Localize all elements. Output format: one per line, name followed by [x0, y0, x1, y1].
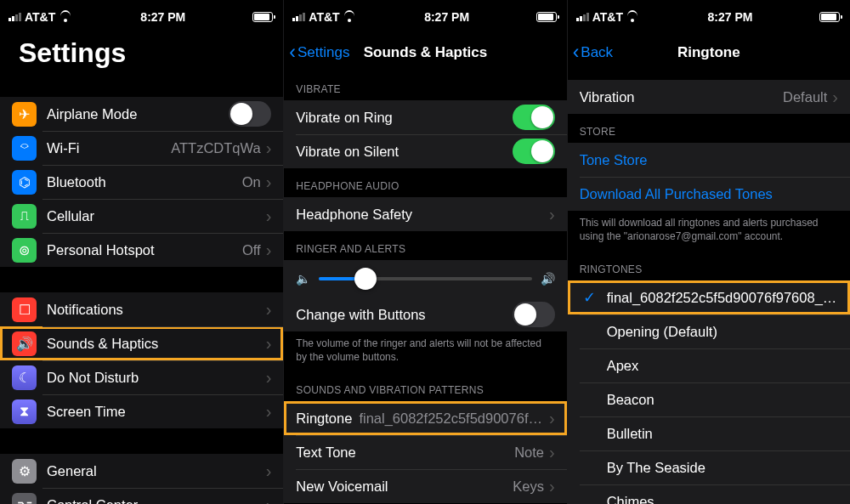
airplane-toggle[interactable]	[229, 101, 271, 127]
vibrate-ring-toggle[interactable]	[513, 105, 555, 130]
back-button[interactable]: ‹Settings	[289, 42, 349, 62]
ringtone-item[interactable]: Opening (Default)	[568, 314, 850, 348]
volume-low-icon: 🔈	[296, 272, 310, 286]
row-general[interactable]: ⚙︎General›	[0, 454, 283, 488]
chevron-right-icon: ›	[266, 207, 272, 226]
row-download-all[interactable]: Download All Purchased Tones	[568, 177, 850, 211]
chevron-right-icon: ›	[266, 462, 272, 481]
row-airplane[interactable]: ✈︎Airplane Mode	[0, 97, 283, 131]
check-icon: ✓	[580, 288, 600, 307]
bluetooth-icon: ⌬	[12, 170, 37, 195]
status-bar: AT&T 8:27 PM	[0, 0, 283, 34]
status-bar: AT&T 8:27 PM	[568, 0, 850, 34]
row-notifications[interactable]: ☐Notifications›	[0, 292, 283, 326]
wifi-icon	[343, 13, 356, 22]
hotspot-icon: ⊚	[12, 238, 37, 263]
battery-icon	[819, 12, 840, 22]
sounds-haptics-screen: AT&T 8:27 PM ‹Settings Sounds & Haptics …	[283, 0, 566, 504]
chevron-right-icon: ›	[832, 88, 838, 107]
volume-slider-row: 🔈 🔊	[284, 260, 566, 297]
row-wifi[interactable]: ⌔Wi-FiATTzCDTqWa›	[0, 131, 283, 165]
battery-icon	[252, 12, 273, 22]
row-dnd[interactable]: ☾Do Not Disturb›	[0, 360, 283, 394]
group-header-vibrate: VIBRATE	[284, 71, 566, 100]
row-cellular[interactable]: ⎍Cellular›	[0, 199, 283, 233]
row-control-center[interactable]: ⌥Control Center›	[0, 488, 283, 504]
signal-icon	[292, 13, 305, 21]
row-hotspot[interactable]: ⊚Personal HotspotOff›	[0, 233, 283, 267]
chevron-left-icon: ‹	[289, 42, 296, 62]
chevron-right-icon: ›	[266, 368, 272, 388]
volume-slider[interactable]	[319, 277, 531, 280]
sounds-icon: 🔊	[12, 331, 37, 356]
chevron-right-icon: ›	[549, 409, 555, 428]
row-headphone-safety[interactable]: Headphone Safety›	[284, 197, 566, 231]
chevron-right-icon: ›	[266, 139, 272, 158]
page-title: Ringtone	[575, 44, 843, 61]
ringtone-item[interactable]: Apex	[568, 348, 850, 382]
general-icon: ⚙︎	[12, 459, 37, 484]
ringtone-screen: AT&T 8:27 PM ‹Back Ringtone VibrationDef…	[567, 0, 850, 504]
footer-download: This will download all ringtones and ale…	[568, 211, 850, 252]
row-ringtone[interactable]: Ringtonefinal_6082f252c5f5d90076f97…›	[284, 401, 566, 435]
chevron-right-icon: ›	[549, 477, 555, 496]
volume-high-icon: 🔊	[541, 272, 555, 286]
row-screen-time[interactable]: ⧗Screen Time›	[0, 394, 283, 428]
ringtone-item[interactable]: Beacon	[568, 382, 850, 416]
screen-time-icon: ⧗	[12, 399, 37, 424]
nav-bar: ‹Settings Sounds & Haptics	[284, 34, 566, 71]
group-header-store: STORE	[568, 114, 850, 143]
group-header-ringtones: RINGTONES	[568, 252, 850, 280]
row-change-buttons[interactable]: Change with Buttons	[284, 297, 566, 331]
cellular-icon: ⎍	[12, 204, 37, 229]
group-header-patterns: SOUNDS AND VIBRATION PATTERNS	[284, 372, 566, 401]
chevron-right-icon: ›	[266, 334, 272, 354]
control-center-icon: ⌥	[12, 493, 37, 505]
wifi-icon	[626, 13, 639, 22]
ringtone-item[interactable]: Chimes	[568, 484, 850, 504]
chevron-right-icon: ›	[266, 241, 272, 260]
row-vibration[interactable]: VibrationDefault›	[568, 80, 850, 114]
chevron-right-icon: ›	[266, 300, 272, 320]
row-bluetooth[interactable]: ⌬BluetoothOn›	[0, 165, 283, 199]
ringtone-item[interactable]: Bulletin	[568, 416, 850, 450]
dnd-icon: ☾	[12, 365, 37, 390]
settings-screen: AT&T 8:27 PM Settings ✈︎Airplane Mode ⌔W…	[0, 0, 283, 504]
airplane-icon: ✈︎	[12, 102, 37, 127]
signal-icon	[576, 13, 589, 21]
notifications-icon: ☐	[12, 297, 37, 322]
row-sounds-haptics[interactable]: 🔊Sounds & Haptics›	[0, 326, 283, 360]
wifi-icon: ⌔	[12, 136, 37, 161]
chevron-right-icon: ›	[266, 173, 272, 192]
group-header-headphone: HEADPHONE AUDIO	[284, 168, 566, 197]
row-new-voicemail[interactable]: New VoicemailKeys›	[284, 469, 566, 503]
row-tone-store[interactable]: Tone Store	[568, 143, 850, 177]
chevron-right-icon: ›	[266, 496, 272, 505]
battery-icon	[536, 12, 557, 22]
wifi-icon	[59, 13, 71, 22]
back-button[interactable]: ‹Back	[573, 42, 613, 62]
chevron-right-icon: ›	[549, 443, 555, 462]
page-title: Settings	[7, 37, 126, 69]
nav-bar: ‹Back Ringtone	[568, 34, 850, 71]
change-buttons-toggle[interactable]	[513, 302, 555, 327]
row-vibrate-ring[interactable]: Vibrate on Ring	[284, 100, 566, 134]
row-vibrate-silent[interactable]: Vibrate on Silent	[284, 134, 566, 168]
group-header-ringer: RINGER AND ALERTS	[284, 231, 566, 260]
status-bar: AT&T 8:27 PM	[284, 0, 566, 34]
footer-change-buttons: The volume of the ringer and alerts will…	[284, 331, 566, 372]
signal-icon	[8, 13, 21, 21]
ringtone-item[interactable]: By The Seaside	[568, 450, 850, 484]
chevron-right-icon: ›	[266, 402, 272, 422]
vibrate-silent-toggle[interactable]	[513, 139, 555, 164]
chevron-right-icon: ›	[549, 205, 555, 224]
ringtone-item[interactable]: ✓final_6082f252c5f5d90076f97608_5…	[568, 280, 850, 314]
chevron-left-icon: ‹	[573, 42, 580, 62]
nav-bar: Settings	[0, 34, 283, 71]
row-text-tone[interactable]: Text ToneNote›	[284, 435, 566, 469]
